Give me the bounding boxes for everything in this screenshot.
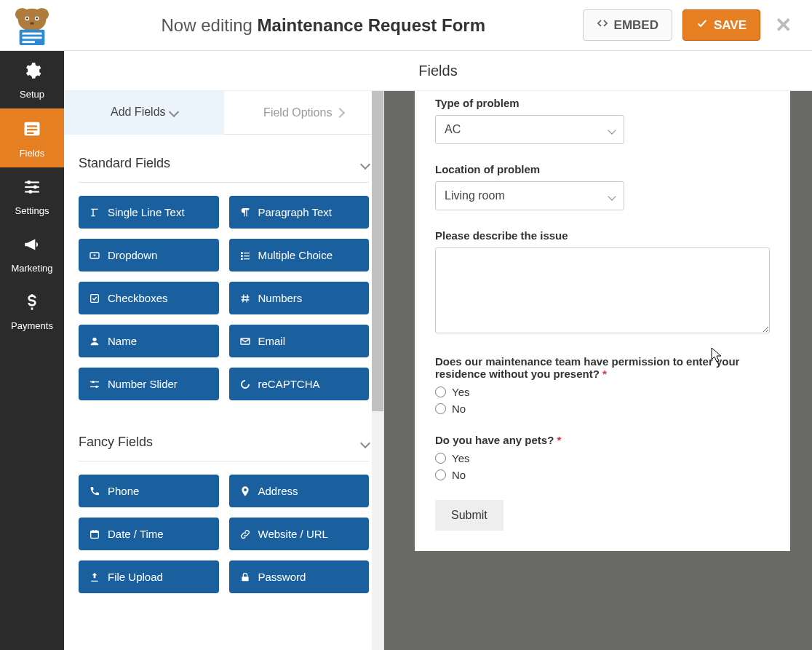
svg-point-4 bbox=[26, 17, 28, 20]
embed-button[interactable]: EMBED bbox=[583, 9, 672, 41]
field-file-upload[interactable]: File Upload bbox=[79, 560, 219, 593]
workspace: Fields Add Fields Field Options bbox=[64, 51, 812, 650]
desc-textarea[interactable] bbox=[435, 247, 770, 333]
svg-rect-9 bbox=[23, 32, 42, 34]
label: reCAPTCHA bbox=[258, 378, 320, 390]
radio-yes[interactable] bbox=[435, 453, 446, 464]
radio-yes[interactable] bbox=[435, 387, 446, 397]
section-standard-fields[interactable]: Standard Fields bbox=[79, 135, 369, 183]
required-star: * bbox=[554, 434, 561, 446]
editing-prefix: Now editing bbox=[162, 15, 258, 35]
field-options-label: Field Options bbox=[263, 106, 332, 119]
label: Address bbox=[258, 485, 298, 497]
field-single-line-text[interactable]: Single Line Text bbox=[79, 196, 219, 229]
svg-point-2 bbox=[18, 8, 47, 31]
radio-no[interactable] bbox=[435, 403, 446, 414]
field-recaptcha[interactable]: reCAPTCHA bbox=[229, 368, 370, 400]
label: Name bbox=[108, 335, 137, 347]
preview-scroll[interactable]: Type of problem AC Location of problem L… bbox=[415, 91, 790, 650]
workspace-title: Fields bbox=[418, 63, 457, 79]
code-icon bbox=[597, 17, 608, 33]
sidenav-settings[interactable]: Settings bbox=[0, 167, 64, 225]
field-phone[interactable]: Phone bbox=[79, 475, 219, 507]
check-icon bbox=[696, 17, 708, 33]
chevron-right-icon bbox=[336, 106, 343, 119]
sidenav-payments[interactable]: Payments bbox=[0, 282, 64, 340]
topbar: Now editing Maintenance Request Form EMB… bbox=[0, 0, 812, 51]
dollar-icon bbox=[3, 293, 61, 316]
form-preview: Type of problem AC Location of problem L… bbox=[384, 91, 812, 650]
pets-option-no[interactable]: No bbox=[435, 469, 770, 481]
type-label: Type of problem bbox=[435, 97, 770, 109]
location-value: Living room bbox=[445, 189, 505, 202]
field-website-url[interactable]: Website / URL bbox=[229, 518, 370, 550]
close-button[interactable]: ✕ bbox=[771, 13, 796, 37]
perm-option-yes[interactable]: Yes bbox=[435, 386, 770, 398]
label: Phone bbox=[108, 485, 139, 497]
label: Checkboxes bbox=[108, 292, 168, 304]
tab-add-fields[interactable]: Add Fields bbox=[64, 91, 224, 135]
sidenav: Setup Fields Settings Marketing Payments bbox=[0, 51, 64, 650]
tab-field-options[interactable]: Field Options bbox=[224, 91, 384, 134]
sidenav-marketing[interactable]: Marketing bbox=[0, 225, 64, 282]
sliders-icon bbox=[3, 178, 61, 201]
sidenav-setup-label: Setup bbox=[20, 89, 44, 100]
field-type-of-problem: Type of problem AC bbox=[435, 97, 770, 144]
sidenav-payments-label: Payments bbox=[11, 320, 53, 331]
field-address[interactable]: Address bbox=[229, 475, 370, 507]
scrollbar-thumb[interactable] bbox=[372, 91, 383, 411]
field-paragraph-text[interactable]: Paragraph Text bbox=[229, 196, 370, 229]
label: Date / Time bbox=[108, 528, 164, 540]
field-number-slider[interactable]: Number Slider bbox=[79, 368, 219, 400]
svg-rect-27 bbox=[241, 258, 243, 260]
chevron-down-icon bbox=[609, 123, 615, 136]
save-label: SAVE bbox=[714, 18, 747, 33]
radio-no[interactable] bbox=[435, 469, 446, 480]
type-value: AC bbox=[445, 123, 461, 136]
yes-label: Yes bbox=[452, 386, 469, 398]
field-dropdown[interactable]: Dropdown bbox=[79, 239, 219, 272]
panel-scrollbar[interactable] bbox=[372, 91, 383, 650]
type-select[interactable]: AC bbox=[435, 115, 624, 144]
pets-option-yes[interactable]: Yes bbox=[435, 452, 770, 464]
sidenav-fields-label: Fields bbox=[20, 148, 45, 159]
svg-rect-15 bbox=[27, 132, 33, 134]
perm-option-no[interactable]: No bbox=[435, 403, 770, 415]
sidenav-fields[interactable]: Fields bbox=[0, 108, 64, 167]
required-star: * bbox=[600, 368, 607, 380]
add-fields-label: Add Fields bbox=[111, 106, 166, 119]
sidenav-marketing-label: Marketing bbox=[11, 263, 52, 274]
standard-fields-grid: Single Line Text Paragraph Text Dropdown… bbox=[79, 196, 369, 413]
svg-point-30 bbox=[92, 337, 96, 341]
location-select[interactable]: Living room bbox=[435, 181, 624, 210]
gear-icon bbox=[3, 61, 61, 84]
svg-rect-16 bbox=[25, 181, 39, 183]
label: Paragraph Text bbox=[258, 206, 332, 218]
field-checkboxes[interactable]: Checkboxes bbox=[79, 282, 219, 314]
desc-label: Please describe the issue bbox=[435, 229, 770, 242]
section-fancy-fields[interactable]: Fancy Fields bbox=[79, 413, 369, 461]
pets-label: Do you have any pets? * bbox=[435, 434, 770, 446]
fields-scroll[interactable]: Standard Fields Single Line Text Paragra… bbox=[64, 135, 383, 650]
field-email[interactable]: Email bbox=[229, 325, 370, 357]
field-name[interactable]: Name bbox=[79, 325, 219, 357]
field-describe-issue: Please describe the issue bbox=[435, 229, 770, 336]
embed-label: EMBED bbox=[614, 18, 658, 33]
svg-rect-11 bbox=[23, 41, 35, 43]
sidenav-setup[interactable]: Setup bbox=[0, 51, 64, 108]
save-button[interactable]: SAVE bbox=[682, 9, 760, 41]
svg-rect-26 bbox=[244, 255, 250, 256]
submit-button[interactable]: Submit bbox=[435, 500, 503, 531]
field-password[interactable]: Password bbox=[229, 560, 370, 593]
label: Email bbox=[258, 335, 286, 347]
field-multiple-choice[interactable]: Multiple Choice bbox=[229, 239, 370, 272]
svg-rect-23 bbox=[241, 252, 243, 254]
field-numbers[interactable]: Numbers bbox=[229, 282, 370, 314]
workspace-body: Add Fields Field Options Standard Fields bbox=[64, 91, 812, 650]
field-date-time[interactable]: Date / Time bbox=[79, 518, 219, 550]
workspace-header: Fields bbox=[64, 51, 812, 91]
standard-title: Standard Fields bbox=[79, 156, 170, 171]
chevron-down-icon bbox=[362, 155, 369, 172]
svg-point-6 bbox=[36, 17, 38, 20]
svg-rect-24 bbox=[244, 253, 250, 253]
